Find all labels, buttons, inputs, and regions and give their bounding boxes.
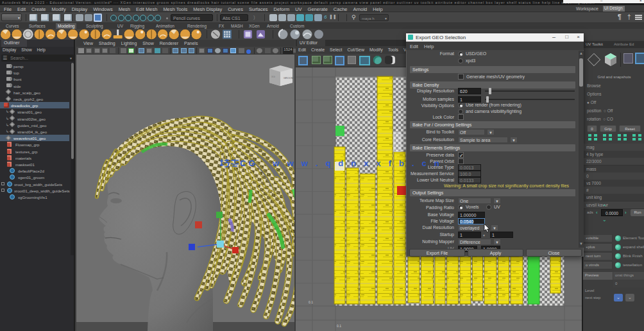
svg-text:GROOM: GROOM [284, 76, 294, 80]
svg-text:0.1: 0.1 [337, 324, 341, 328]
svg-text:0.1: 0.1 [309, 300, 313, 304]
svg-text:XG: XG [271, 75, 275, 78]
